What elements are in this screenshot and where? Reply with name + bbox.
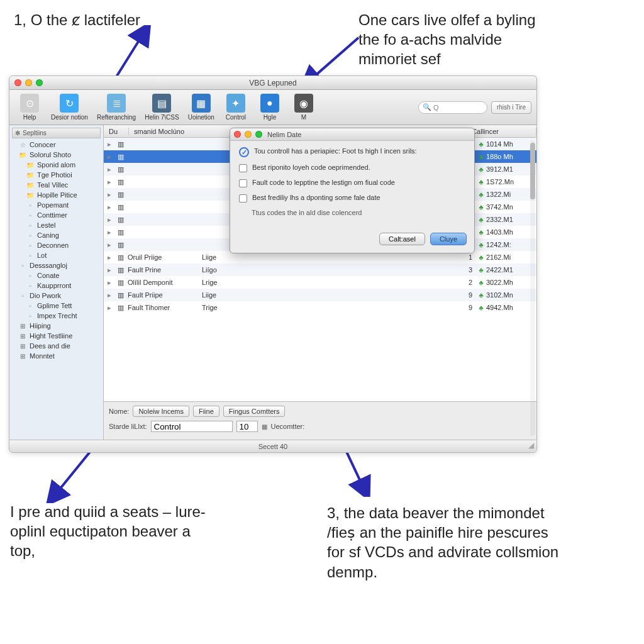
row-icon: ▥ — [115, 203, 126, 211]
tab-incomes[interactable]: Noleiw Incems — [133, 406, 189, 417]
resize-handle-icon[interactable]: ◢ — [528, 441, 534, 450]
expand-icon[interactable]: ▸ — [104, 253, 115, 262]
sidebar-item[interactable]: ▫Lot — [9, 250, 103, 260]
folder-icon: 📁 — [26, 161, 35, 169]
row-icon: ▥ — [115, 279, 126, 287]
sidebar-item[interactable]: ▫Conttimer — [9, 210, 103, 220]
expand-icon[interactable]: ▸ — [104, 153, 115, 161]
toolbar-helin[interactable]: ▤Helin 7\CSS — [142, 92, 181, 122]
row-icon: ▥ — [115, 191, 126, 199]
union-icon: ✦ — [226, 94, 245, 113]
expand-icon[interactable]: ▸ — [104, 304, 115, 312]
expand-icon[interactable]: ▸ — [104, 178, 115, 186]
toolbar-camera[interactable]: ◉M — [289, 92, 319, 122]
scrollbar[interactable] — [530, 140, 535, 436]
row-size: 1322.Mi — [486, 191, 536, 198]
toolbar-right-button[interactable]: rhish i Tire — [491, 101, 531, 114]
sidebar-item[interactable]: ▫Conate — [9, 270, 103, 280]
expand-icon[interactable]: ▸ — [104, 291, 115, 299]
ok-button[interactable]: Cluye — [430, 233, 467, 245]
search-input[interactable]: 🔍 Q — [418, 101, 487, 114]
num-input[interactable] — [236, 421, 258, 432]
checkbox-3[interactable] — [239, 194, 247, 203]
sidebar-item[interactable]: ▫Kaupprront — [9, 280, 103, 291]
sidebar-item[interactable]: 📁Tge Photioi — [9, 170, 103, 180]
sidebar-item[interactable]: ▫Popemant — [9, 200, 103, 210]
toolbar-control[interactable]: ✦Control — [221, 92, 251, 122]
table-row[interactable]: ▸▥Fault PrineLiígo3♣2422.M1 — [104, 264, 536, 276]
sidebar-item[interactable]: ▫Caning — [9, 230, 103, 240]
toolbar-label: Refteranching — [97, 114, 136, 121]
statusbar: Secett 40 ◢ — [9, 440, 536, 452]
sidebar-item[interactable]: ▫Gplime Tett — [9, 301, 103, 311]
sidebar-item[interactable]: ⊞Hiiping — [9, 321, 103, 331]
table-row[interactable]: ▸▥Fault TihomerTrige9♣4942.Mh — [104, 301, 536, 314]
sidebar-item[interactable]: 📁Hopille Pitice — [9, 190, 103, 200]
toolbar-hgle[interactable]: ●Hgle — [255, 92, 285, 122]
sidebar-item[interactable]: ▫Impex Trecht — [9, 311, 103, 321]
expand-icon[interactable]: ▸ — [104, 266, 115, 274]
expand-icon[interactable]: ▸ — [104, 216, 115, 224]
expand-icon[interactable]: ▸ — [104, 241, 115, 249]
expand-icon[interactable]: ▸ — [104, 191, 115, 199]
start-input[interactable] — [151, 421, 233, 432]
dialog-close-icon[interactable] — [234, 131, 241, 138]
sidebar-item[interactable]: 📁Sponid alom — [9, 160, 103, 170]
sidebar-item[interactable]: ▫Desssangloj — [9, 260, 103, 270]
row-type: Liige — [202, 253, 246, 261]
toolbar-help[interactable]: ⊙Help — [14, 92, 45, 122]
toolbar-label: Hgle — [264, 114, 277, 121]
checkbox-2[interactable] — [239, 179, 247, 187]
col-du[interactable]: Du — [104, 128, 129, 135]
dialog-zoom-icon[interactable] — [255, 131, 262, 138]
checkbox-1[interactable] — [239, 164, 247, 172]
expand-icon[interactable]: ▸ — [104, 203, 115, 211]
grid-icon: ⊞ — [18, 332, 27, 340]
sidebar-item[interactable]: ▫Lestel — [9, 220, 103, 230]
svg-line-0 — [113, 31, 145, 82]
expand-icon[interactable]: ▸ — [104, 279, 115, 287]
doc-icon: ▫ — [26, 231, 35, 239]
toolbar-label: Helin 7\CSS — [145, 114, 179, 121]
dialog-titlebar[interactable]: Nelim Date — [230, 128, 474, 141]
sidebar-item[interactable]: ⊞Dees and die — [9, 341, 103, 351]
row-name: Fault Priipe — [126, 291, 202, 299]
refresh-icon: ↻ — [60, 94, 79, 113]
sidebar-item-label: Sponid alom — [37, 161, 75, 169]
dialog-opt1: Best riponito loyeh code oeprimended. — [252, 164, 370, 171]
status-text: Secett 40 — [258, 443, 287, 450]
scrollbar-thumb[interactable] — [530, 143, 535, 199]
globe-icon: ● — [260, 94, 279, 113]
toolbar-description[interactable]: ↻Desior notion — [48, 92, 91, 122]
toolbar-reference[interactable]: ≣Refteranching — [94, 92, 138, 122]
doc-icon: ▫ — [26, 282, 35, 289]
tab-fine[interactable]: Fiine — [193, 406, 219, 417]
toolbar-uoin[interactable]: ▦Uoinetion — [186, 92, 217, 122]
tab-counters[interactable]: Fingus Comtters — [223, 406, 286, 417]
sidebar-item[interactable]: ▫Dio Pwork — [9, 291, 103, 301]
sidebar-item-label: Hopille Pitice — [37, 191, 77, 199]
expand-icon[interactable]: ▸ — [104, 140, 115, 148]
expand-icon[interactable]: ▸ — [104, 165, 115, 174]
titlebar[interactable]: VBG Lepuned — [9, 76, 536, 90]
toolbar-label: Uoinetion — [188, 114, 214, 121]
sidebar[interactable]: ✻Sepltiins ☆Conocer📁Solorul Shoto📁Sponid… — [9, 125, 104, 440]
row-name: Olílil Demponit — [126, 279, 202, 286]
sidebar-item-label: Gplime Tett — [37, 302, 72, 309]
stepper-icon[interactable]: ▦ — [262, 423, 267, 430]
table-row[interactable]: ▸▥Olílil DemponitLrige2♣3022.Mh — [104, 276, 536, 289]
sidebar-item[interactable]: ☆Conocer — [9, 140, 103, 150]
cancel-button[interactable]: Calt:asel — [379, 233, 425, 245]
sidebar-item[interactable]: ⊞Hight Testliine — [9, 331, 103, 341]
row-size: 2332.M1 — [486, 216, 536, 223]
expand-icon[interactable]: ▸ — [104, 228, 115, 236]
row-icon: ▥ — [115, 253, 126, 262]
info-icon: ✓ — [239, 147, 249, 157]
sidebar-item[interactable]: 📁Solorul Shoto — [9, 150, 103, 160]
sidebar-item[interactable]: ▫Deconnen — [9, 240, 103, 250]
table-row[interactable]: ▸▥Fault PriipeLiige9♣3102.Mn — [104, 289, 536, 301]
sidebar-item[interactable]: 📁Teal Villec — [9, 180, 103, 190]
dialog-min-icon[interactable] — [245, 131, 252, 138]
sidebar-item[interactable]: ⊞Monntet — [9, 351, 103, 361]
row-num: 3 — [457, 266, 476, 274]
